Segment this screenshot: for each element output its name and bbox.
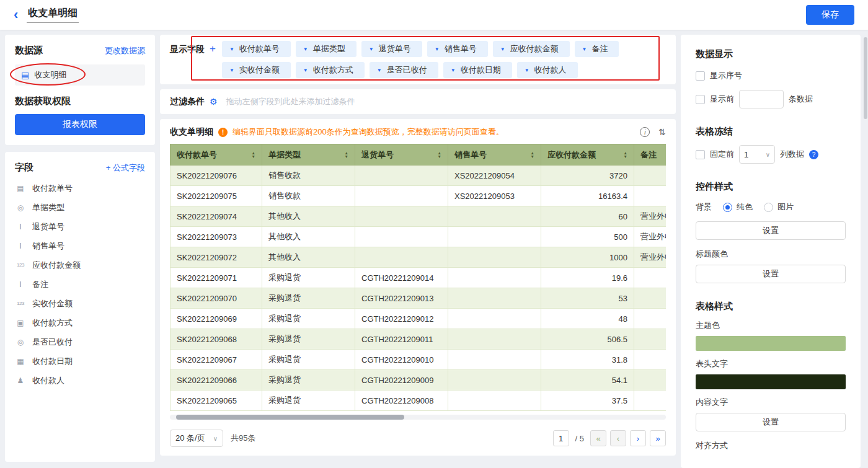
title-color-settings-button[interactable]: 设置	[696, 265, 846, 283]
display-field-chip[interactable]: ▼收付款方式	[296, 62, 365, 78]
formula-field-link[interactable]: + 公式字段	[106, 162, 145, 174]
field-item[interactable]: ◎单据类型	[15, 198, 145, 217]
column-sort-icon[interactable]: ▲▼	[624, 151, 627, 158]
change-datasource-link[interactable]: 更改数据源	[105, 45, 145, 56]
table-row[interactable]: SK20221209066采购退货CGTH2022120900954.1	[170, 370, 666, 391]
table-style-heading: 表格样式	[696, 301, 846, 312]
help-icon[interactable]: ?	[809, 150, 818, 159]
table-cell: 506.5	[541, 329, 634, 350]
field-label: 应收付款金额	[32, 260, 81, 271]
table-row[interactable]: SK20221209073其他收入500营业外收	[170, 227, 666, 247]
display-field-chip[interactable]: ▼实收付金额	[222, 62, 291, 78]
table-row[interactable]: SK20221209072其他收入1000营业外收	[170, 247, 666, 268]
hscroll-thumb[interactable]	[176, 415, 404, 420]
chevron-down-icon: ∨	[213, 435, 218, 442]
solid-color-radio[interactable]	[723, 203, 732, 212]
back-icon[interactable]: ‹	[14, 8, 18, 22]
freeze-count-select[interactable]: 1 ∨	[739, 145, 775, 164]
fields-panel: 字段 + 公式字段 ▤收付款单号◎单据类型Ⅰ退货单号Ⅰ销售单号123应收付款金额…	[5, 152, 155, 462]
report-permission-button[interactable]: 报表权限	[15, 114, 145, 135]
column-sort-icon[interactable]: ▲▼	[438, 151, 441, 158]
table-row[interactable]: SK20221209067采购退货CGTH2022120901031.8	[170, 350, 666, 370]
content-text-settings-button[interactable]: 设置	[696, 413, 846, 431]
display-field-chip[interactable]: ▼收付款单号	[222, 41, 291, 57]
table-row[interactable]: SK20221209074其他收入60营业外收	[170, 206, 666, 227]
field-item[interactable]: Ⅰ销售单号	[15, 236, 145, 255]
field-label: 收付款日期	[32, 356, 73, 367]
table-row[interactable]: SK20221209065采购退货CGTH2022120900837.5	[170, 391, 666, 411]
table-row[interactable]: SK20221209076销售收款XS202212090543720	[170, 166, 666, 186]
chip-label: 单据类型	[313, 43, 345, 55]
field-item[interactable]: ♟收付款人	[15, 371, 145, 390]
freeze-checkbox[interactable]	[696, 150, 705, 159]
column-sort-icon[interactable]: ▲▼	[345, 151, 348, 158]
column-sort-icon[interactable]: ▲▼	[252, 151, 255, 158]
table-cell: CGTH20221209008	[355, 391, 448, 411]
field-item[interactable]: Ⅰ备注	[15, 275, 145, 294]
show-first-checkbox[interactable]	[696, 95, 705, 104]
field-item[interactable]: ◎是否已收付	[15, 332, 145, 351]
current-page-input[interactable]: 1	[553, 430, 569, 446]
sort-order-icon[interactable]: ⇅	[658, 127, 666, 137]
next-page-button[interactable]: ›	[630, 430, 646, 446]
display-field-chip[interactable]: ▼应收付款金额	[493, 41, 570, 57]
info-icon[interactable]: i	[640, 127, 650, 137]
header-text-color-swatch[interactable]	[696, 374, 846, 389]
column-sort-icon[interactable]: ▲▼	[531, 151, 534, 158]
filter-card: 过滤条件 ⚙ 拖动左侧字段到此处来添加过滤条件	[160, 89, 676, 114]
content-text-label: 内容文字	[696, 397, 846, 408]
display-field-chip[interactable]: ▼单据类型	[296, 41, 356, 57]
table-row[interactable]: SK20221209071采购退货CGTH2022120901419.6	[170, 268, 666, 288]
table-cell: 其他收入	[262, 247, 355, 268]
display-field-chip[interactable]: ▼收付款人	[517, 62, 578, 78]
table-row[interactable]: SK20221209075销售收款XS2022120905316163.4	[170, 186, 666, 206]
field-label: 实收付金额	[32, 298, 73, 309]
display-field-chip[interactable]: ▼是否已收付	[370, 62, 438, 78]
field-item[interactable]: ▦收付款日期	[15, 351, 145, 371]
show-first-count-input[interactable]	[739, 90, 784, 108]
last-page-button[interactable]: »	[650, 430, 666, 446]
field-item[interactable]: ▣收付款方式	[15, 313, 145, 332]
column-header[interactable]: 应收付款金额▲▼	[541, 144, 634, 166]
image-radio[interactable]	[764, 203, 773, 212]
table-row[interactable]: SK20221209069采购退货CGTH2022120901248	[170, 309, 666, 329]
table-cell: 采购退货	[262, 350, 355, 370]
field-item[interactable]: 123应收付款金额	[15, 255, 145, 275]
gear-icon[interactable]: ⚙	[210, 97, 218, 107]
display-field-chip[interactable]: ▼销售单号	[427, 41, 488, 57]
field-item[interactable]: 123实收付金额	[15, 294, 145, 313]
table-cell: 采购退货	[262, 391, 355, 411]
column-header[interactable]: 收付款单号▲▼	[170, 144, 262, 166]
first-page-button[interactable]: «	[590, 430, 606, 446]
table-cell	[634, 268, 666, 288]
field-item[interactable]: Ⅰ退货单号	[15, 217, 145, 236]
access-heading: 数据获取权限	[15, 95, 145, 107]
chip-label: 收付款日期	[461, 64, 501, 76]
display-field-chip[interactable]: ▼收付款日期	[443, 62, 512, 78]
page-size-value: 20 条/页	[175, 433, 205, 444]
field-item[interactable]: ▤收付款单号	[15, 179, 145, 198]
table-cell	[448, 370, 541, 391]
vscroll-thumb[interactable]	[864, 37, 867, 119]
column-header[interactable]: 销售单号▲▼	[448, 144, 541, 166]
column-header[interactable]: 退货单号▲▼	[355, 144, 448, 166]
display-field-chip[interactable]: ▼备注	[575, 41, 619, 57]
show-index-checkbox[interactable]	[696, 71, 705, 81]
table-row[interactable]: SK20221209070采购退货CGTH2022120901353	[170, 288, 666, 309]
horizontal-scrollbar[interactable]	[170, 415, 666, 420]
display-field-chip[interactable]: ▼退货单号	[361, 41, 422, 57]
save-button[interactable]: 保存	[806, 5, 854, 25]
prev-page-button[interactable]: ‹	[610, 430, 626, 446]
table-cell: 营业外收	[634, 206, 666, 227]
datasource-item[interactable]: ▤ 收支明细	[15, 64, 145, 86]
vertical-scrollbar[interactable]	[864, 35, 867, 468]
chevron-down-icon: ▼	[435, 46, 440, 52]
table-row[interactable]: SK20221209068采购退货CGTH20221209011506.5	[170, 329, 666, 350]
add-display-field-button[interactable]: +	[210, 41, 216, 57]
page-size-select[interactable]: 20 条/页 ∨	[170, 430, 223, 447]
column-header[interactable]: 单据类型▲▼	[262, 144, 355, 166]
table-scroll-area[interactable]: 收付款单号▲▼单据类型▲▼退货单号▲▼销售单号▲▼应收付款金额▲▼备注▲▼SK2…	[170, 144, 666, 411]
background-settings-button[interactable]: 设置	[696, 221, 846, 240]
theme-color-swatch[interactable]	[696, 336, 846, 351]
column-header[interactable]: 备注▲▼	[634, 144, 666, 166]
